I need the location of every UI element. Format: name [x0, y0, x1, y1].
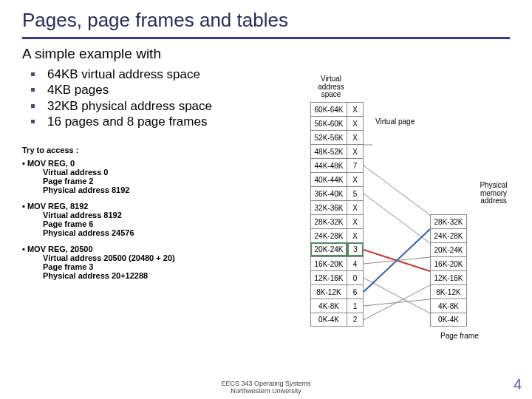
svg-line-4	[364, 278, 430, 313]
vpage-row: 12K-16K0	[310, 270, 364, 284]
bullet-item: 16 pages and 8 page frames	[38, 114, 273, 129]
svg-line-6	[364, 299, 430, 306]
virtpage-label: Virtual page	[375, 118, 415, 126]
svg-line-0	[364, 166, 430, 215]
example-line: Page frame 2	[43, 177, 273, 185]
vpage-row: 24K-28KX	[310, 228, 364, 242]
example-head: • MOV REG, 8192	[22, 202, 273, 211]
frame-row: 28K-32K	[430, 214, 467, 228]
example-2: • MOV REG, 8192 Virtual address 8192 Pag…	[22, 202, 273, 237]
svg-line-3	[364, 257, 430, 264]
frame-row: 4K-8K	[430, 299, 467, 313]
frame-row: 0K-4K	[430, 313, 467, 327]
pageframe-label: Page frame	[440, 332, 479, 341]
slide-title: Pages, page frames and tables	[0, 0, 532, 32]
vpage-row: 36K-40K5	[310, 186, 364, 200]
virtual-page-table: 60K-64KX56K-60KX52K-56KX48K-52KX44K-48K7…	[310, 102, 364, 327]
vpage-row: 16K-20K4	[310, 256, 364, 270]
example-line: Physical address 8192	[43, 185, 273, 194]
vpage-row: 52K-56KX	[310, 130, 364, 144]
frame-row: 16K-20K	[430, 256, 467, 270]
vpage-row: 8K-12K6	[310, 284, 364, 299]
frame-row: 24K-28K	[430, 228, 467, 242]
example-line: Virtual address 8192	[43, 211, 273, 219]
example-line: Virtual address 20500 (20480 + 20)	[43, 253, 273, 262]
physical-frame-table: 28K-32K24K-28K20K-24K16K-20K12K-16K8K-12…	[430, 214, 467, 327]
vpage-row: 32K-36KX	[310, 200, 364, 214]
vas-label: Virtual address space	[309, 75, 353, 99]
svg-line-5	[364, 229, 430, 292]
bullet-item: 4KB pages	[38, 82, 273, 98]
left-column: A simple example with 64KB virtual addre…	[22, 46, 273, 287]
intro-text: A simple example with	[22, 46, 273, 62]
svg-line-1	[364, 194, 430, 243]
vpage-row: 28K-32KX	[310, 214, 364, 228]
vpage-row: 56K-60KX	[310, 116, 364, 130]
example-head: • MOV REG, 0	[22, 159, 273, 168]
frame-row: 20K-24K	[430, 242, 467, 256]
slide: Pages, page frames and tables A simple e…	[0, 0, 532, 399]
slide-footer: EECS 343 Operating SystemsNorthwestern U…	[0, 380, 532, 395]
example-3: • MOV REG, 20500 Virtual address 20500 (…	[22, 245, 273, 280]
vpage-row: 44K-48K7	[310, 158, 364, 172]
bullet-list: 64KB virtual address space 4KB pages 32K…	[38, 66, 273, 129]
bullet-item: 32KB physical address space	[38, 98, 273, 114]
bullet-item: 64KB virtual address space	[38, 66, 273, 82]
example-line: Page frame 3	[43, 262, 273, 271]
example-head: • MOV REG, 20500	[22, 245, 273, 253]
vpage-row: 40K-44KX	[310, 172, 364, 186]
example-line: Physical address 24576	[43, 228, 273, 237]
mapping-lines-icon	[364, 102, 430, 327]
vpage-row: 60K-64KX	[310, 102, 364, 116]
vpage-row: 4K-8K1	[310, 299, 364, 313]
vpage-row: 0K-4K2	[310, 313, 364, 327]
example-line: Virtual address 0	[43, 168, 273, 177]
try-label: Try to access :	[22, 146, 273, 154]
example-1: • MOV REG, 0 Virtual address 0 Page fram…	[22, 159, 273, 194]
vpage-row: 48K-52KX	[310, 144, 364, 158]
page-number: 4	[514, 376, 522, 393]
frame-row: 8K-12K	[430, 284, 467, 299]
svg-line-7	[364, 285, 430, 320]
physmem-label: Physical memory address	[471, 182, 516, 205]
frame-row: 12K-16K	[430, 270, 467, 284]
paging-diagram: Virtual address space Virtual page Physi…	[266, 80, 525, 368]
vpage-row: 20K-24K3	[310, 242, 364, 256]
example-line: Physical address 20+12288	[43, 271, 273, 280]
example-line: Page frame 6	[43, 219, 273, 228]
title-rule	[22, 37, 510, 39]
svg-line-2	[364, 250, 430, 271]
